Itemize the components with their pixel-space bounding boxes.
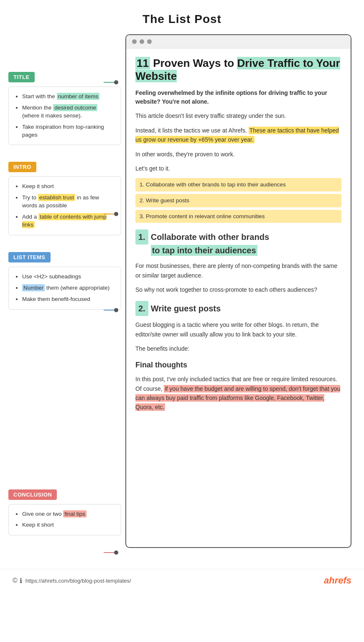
intro-bold: Feeling overwhelmed by the infinite opti… xyxy=(135,89,341,106)
number-of-items-highlight: number of items xyxy=(57,93,100,100)
sidebar-section-list-items: LIST ITEMS Use <H2> subheadings Number t… xyxy=(8,252,121,310)
page-title: The List Post xyxy=(0,0,364,34)
section2-para1: Guest blogging is a tactic where you wri… xyxy=(135,320,341,339)
establish-trust-highlight: establish trust xyxy=(38,194,75,201)
para4: Let's get to it. xyxy=(135,164,341,173)
conclusion-highlight: if you have the budget and are willing t… xyxy=(135,385,340,411)
title-box: Start with the number of items Mention t… xyxy=(8,87,121,145)
title-item-1: Start with the number of items xyxy=(22,93,114,101)
title-item-2: Mention the desired outcome (where it ma… xyxy=(22,104,114,120)
post-title: 11 Proven Ways to Drive Traffic to Your … xyxy=(135,57,341,83)
section1-heading: 1. Collaborate with other brands to tap … xyxy=(135,229,341,257)
section2-num: 2. xyxy=(135,301,148,316)
toc-item-1: 1. Collaborate with other brands to tap … xyxy=(135,178,341,191)
intro-box: Keep it short Try to establish trust in … xyxy=(8,176,121,235)
section1-title: Collaborate with other brands to tap int… xyxy=(151,230,269,257)
list-item-2: Number them (where appropriate) xyxy=(22,284,114,292)
section1-title-hl: to tap into their audiences xyxy=(151,245,257,256)
toc-item-2: 2. Write guest posts xyxy=(135,194,341,207)
section2-para2: The benefits include: xyxy=(135,344,341,353)
svg-point-7 xyxy=(114,550,118,555)
footer-icons: © ℹ xyxy=(13,577,22,585)
para3: In other words, they're proven to work. xyxy=(135,150,341,159)
sidebar-section-conclusion: CONCLUSION Give one or two final tips Ke… xyxy=(8,489,121,536)
number-highlight: Number xyxy=(22,284,45,291)
conclusion-box: Give one or two final tips Keep it short xyxy=(8,504,121,536)
final-heading: Final thoughts xyxy=(135,359,341,371)
title-label: TITLE xyxy=(8,72,35,82)
toc-item-3: 3. Promote content in relevant online co… xyxy=(135,210,341,223)
sidebar-section-intro: INTRO Keep it short Try to establish tru… xyxy=(8,162,121,235)
final-tips-highlight: final tips xyxy=(63,510,87,517)
browser-bar xyxy=(126,35,351,48)
list-item-1: Use <H2> subheadings xyxy=(22,273,114,281)
footer: © ℹ https://ahrefs.com/blog/blog-post-te… xyxy=(0,569,364,592)
browser-dot-1 xyxy=(132,39,137,44)
section1-para2: So why not work together to cross-promot… xyxy=(135,285,341,294)
sidebar-section-title: TITLE Start with the number of items Men… xyxy=(8,72,121,145)
para1: This article doesn't list every traffic … xyxy=(135,111,341,120)
list-items-box: Use <H2> subheadings Number them (where … xyxy=(8,267,121,310)
info-icon: ℹ xyxy=(20,577,22,585)
list-item-3: Make them benefit-focused xyxy=(22,296,114,303)
browser-dot-3 xyxy=(147,39,152,44)
intro-item-2: Try to establish trust in as few words a… xyxy=(22,194,114,210)
desired-outcome-highlight: desired outcome xyxy=(53,104,97,111)
cc-icon: © xyxy=(13,577,18,585)
focused-text: focused xyxy=(71,296,90,302)
browser-content: 11 Proven Ways to Drive Traffic to Your … xyxy=(126,48,351,425)
section2-title: Write guest posts xyxy=(151,302,221,315)
toc-highlight: table of contents with jump links xyxy=(22,213,107,228)
browser-dot-2 xyxy=(140,39,144,44)
title-item-3: Take inspiration from top-ranking pages xyxy=(22,123,114,139)
intro-label: INTRO xyxy=(8,162,36,172)
toc-list: 1. Collaborate with other brands to tap … xyxy=(135,178,341,223)
conclusion-item-2: Keep it short xyxy=(22,521,114,529)
title-number: 11 xyxy=(135,57,150,69)
list-items-label: LIST ITEMS xyxy=(8,252,51,262)
intro-item-1: Keep it short xyxy=(22,183,114,191)
section1-para1: For most businesses, there are plenty of… xyxy=(135,261,341,280)
conclusion-item-1: Give one or two final tips xyxy=(22,510,114,518)
footer-left: © ℹ https://ahrefs.com/blog/blog-post-te… xyxy=(13,577,131,585)
para2: Instead, it lists the tactics we use at … xyxy=(135,126,341,145)
footer-brand: ahrefs xyxy=(324,575,351,586)
sidebar: TITLE Start with the number of items Men… xyxy=(8,34,121,548)
intro-item-3: Add a table of contents with jump links xyxy=(22,213,114,229)
conclusion-label: CONCLUSION xyxy=(8,489,57,500)
section1-num: 1. xyxy=(135,229,148,245)
section2-heading: 2. Write guest posts xyxy=(135,301,341,316)
title-part1: Proven Ways to xyxy=(150,57,237,69)
browser-window: 11 Proven Ways to Drive Traffic to Your … xyxy=(125,34,351,548)
footer-url: https://ahrefs.com/blog/blog-post-templa… xyxy=(25,578,131,584)
conclusion-para: In this post, I've only included tactics… xyxy=(135,374,341,412)
para2-pre: Instead, it lists the tactics we use at … xyxy=(135,127,249,134)
